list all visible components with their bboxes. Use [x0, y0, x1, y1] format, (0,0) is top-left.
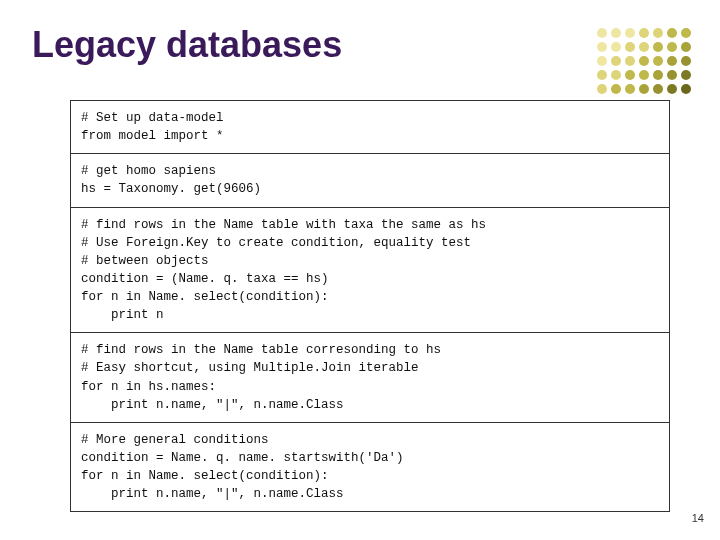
deco-dot	[611, 70, 621, 80]
deco-dot	[667, 70, 677, 80]
deco-dot	[625, 56, 635, 66]
code-block-2: # get homo sapiens hs = Taxonomy. get(96…	[71, 154, 669, 207]
code-block-3: # find rows in the Name table with taxa …	[71, 208, 669, 334]
page-number: 14	[692, 512, 704, 524]
deco-dot	[639, 28, 649, 38]
deco-dot	[667, 84, 677, 94]
deco-dot	[653, 28, 663, 38]
deco-dot	[667, 56, 677, 66]
deco-dot	[639, 70, 649, 80]
deco-dot	[681, 28, 691, 38]
deco-dot	[625, 84, 635, 94]
deco-dot	[681, 42, 691, 52]
deco-dot	[611, 28, 621, 38]
deco-dot	[625, 70, 635, 80]
deco-dot	[611, 42, 621, 52]
slide-title: Legacy databases	[32, 24, 342, 66]
code-block-1: # Set up data-model from model import *	[71, 101, 669, 154]
deco-dot	[681, 56, 691, 66]
deco-dot	[597, 42, 607, 52]
deco-dot	[597, 70, 607, 80]
deco-dot	[639, 56, 649, 66]
code-box: # Set up data-model from model import * …	[70, 100, 670, 512]
deco-dot	[667, 28, 677, 38]
deco-dot	[653, 42, 663, 52]
deco-dot	[611, 84, 621, 94]
deco-dot	[611, 56, 621, 66]
deco-dot	[597, 56, 607, 66]
deco-dot	[653, 70, 663, 80]
deco-dot	[639, 84, 649, 94]
deco-dot	[681, 84, 691, 94]
deco-dot	[597, 84, 607, 94]
deco-dot	[625, 42, 635, 52]
deco-dot	[639, 42, 649, 52]
decorative-dot-grid	[597, 28, 692, 95]
deco-dot	[597, 28, 607, 38]
deco-dot	[681, 70, 691, 80]
deco-dot	[625, 28, 635, 38]
deco-dot	[653, 56, 663, 66]
deco-dot	[667, 42, 677, 52]
code-block-4: # find rows in the Name table corresondi…	[71, 333, 669, 423]
code-block-5: # More general conditions condition = Na…	[71, 423, 669, 512]
deco-dot	[653, 84, 663, 94]
